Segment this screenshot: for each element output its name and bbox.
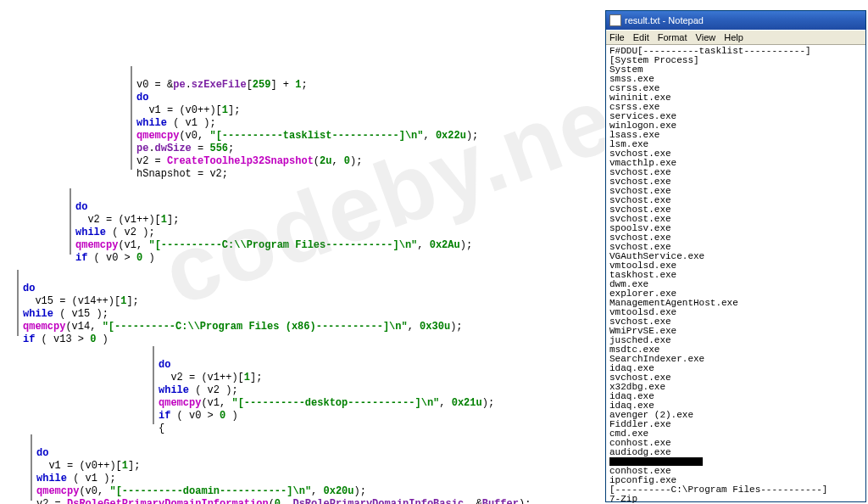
code-block-5: do v1 = (v0++)[1]; while ( v1 ); qmemcpy… <box>36 434 531 504</box>
menubar: File Edit Format View Help <box>606 30 865 45</box>
code-block-1: v0 = &pe.szExeFile[259] + 1; do v1 = (v0… <box>136 66 478 193</box>
menu-view[interactable]: View <box>696 32 716 42</box>
window-title: result.txt - Notepad <box>625 15 704 25</box>
menu-format[interactable]: Format <box>658 32 687 42</box>
menu-help[interactable]: Help <box>724 32 743 42</box>
notepad-line: [System Process] <box>609 56 862 65</box>
titlebar[interactable]: result.txt - Notepad <box>606 11 865 30</box>
menu-file[interactable]: File <box>609 32 625 42</box>
notepad-line: [----------C:\Program Files-----------] <box>609 485 862 495</box>
code-scope-bar <box>17 270 19 336</box>
code-scope-bar <box>131 66 132 170</box>
notepad-line: audiodg.exe <box>609 448 862 457</box>
notepad-icon <box>609 14 621 26</box>
redacted-bar <box>609 457 703 466</box>
menu-edit[interactable]: Edit <box>633 32 649 42</box>
notepad-text-area[interactable]: F#DDU[----------tasklist-----------][Sys… <box>606 45 865 504</box>
notepad-window: result.txt - Notepad File Edit Format Vi… <box>605 10 866 502</box>
decompiler-code-view: v0 = &pe.szExeFile[259] + 1; do v1 = (v0… <box>0 0 602 504</box>
code-scope-bar <box>70 188 71 255</box>
code-block-4: do v2 = (v1++)[1]; while ( v2 ); qmemcpy… <box>159 346 494 448</box>
code-block-2: do v2 = (v1++)[1]; while ( v2 ); qmemcpy… <box>75 188 472 277</box>
code-scope-bar <box>153 346 154 424</box>
code-scope-bar <box>31 434 32 501</box>
